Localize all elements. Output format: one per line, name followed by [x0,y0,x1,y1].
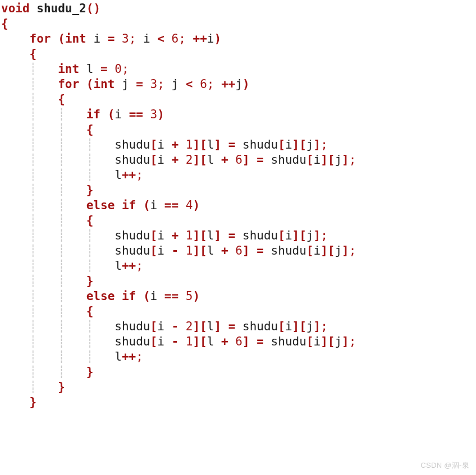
code-token: = [136,77,143,91]
code-token: int [93,77,115,91]
code-token: ┊ ┊ [1,289,86,303]
code-token: ┊ ┊ ┊ [1,335,115,348]
code-token: ┊ ┊ ┊ [1,350,115,363]
code-token: ; [129,32,136,45]
code-token: ++ [193,32,207,45]
code-token: 6 [200,77,207,91]
code-token: 5 [186,289,193,303]
code-token: ( [108,108,115,121]
code-token: i [157,320,171,333]
code-token [193,77,200,91]
code-token: [ [306,153,314,167]
code-token: for [30,32,51,45]
code-token [228,335,236,348]
code-token: ; [178,32,186,45]
code-token: ][ [193,138,207,151]
code-token: ┊ [1,380,58,394]
code-token: l [79,62,100,76]
code-token [178,320,186,333]
code-token: } [58,380,65,394]
code-token: 3 [122,32,129,45]
code-token: i [86,32,108,45]
code-token: shudu [235,229,278,242]
code-token: ] [342,244,349,257]
code-token [164,32,172,45]
code-token: ┊ ┊ ┊ [1,229,115,242]
code-token [178,289,186,303]
code-token: = [100,62,108,76]
code-token: ] [313,229,321,242]
code-token: = [228,138,236,151]
code-token: i [313,244,321,257]
code-token: ┊ ┊ [1,214,86,227]
code-token: 0 [115,62,122,76]
code-token: i [115,108,129,121]
code-token: 3 [150,108,158,121]
code-token: ][ [193,320,207,333]
code-token: l [207,153,221,167]
code-token: i [157,138,171,151]
code-token: shudu [264,244,306,257]
code-token: ][ [321,244,335,257]
code-token: { [1,17,8,30]
code-token: ][ [193,335,207,348]
code-token: if [86,108,100,121]
code-token: { [86,123,94,136]
code-token [178,335,186,348]
code-token: i [150,289,164,303]
code-token: l [115,168,122,182]
code-token: [ [150,335,158,348]
code-token: ┊ [1,77,58,91]
code-token: } [86,274,94,288]
code-token: ) [214,32,222,45]
code-token: ; [157,77,164,91]
code-token [178,153,186,167]
code-token: l [115,350,122,363]
code-token: ( [86,77,94,91]
code-token: ) [193,199,200,212]
code-token: 6 [235,335,242,348]
code-token: l [207,229,214,242]
code-token: for [58,77,79,91]
code-token: l [115,259,122,273]
code-token: () [86,2,100,15]
code-token [136,289,143,303]
code-token: ++ [122,259,136,273]
code-token: shudu [115,244,150,257]
watermark-text: CSDN @涸-泉 [420,460,469,471]
code-token: [ [278,320,285,333]
code-token: ┊ ┊ ┊ [1,168,115,182]
code-token: shudu [115,138,150,151]
code-token: j [164,77,186,91]
code-token: ][ [321,153,335,167]
code-token: ) [157,108,164,121]
code-token [228,153,236,167]
code-token: j [335,335,342,348]
code-token: j [335,244,342,257]
code-token: + [171,153,178,167]
code-token: j [235,77,242,91]
code-token: ] [214,138,221,151]
code-token: else if [86,289,136,303]
code-token [115,32,122,45]
code-token [178,138,186,151]
code-token [143,108,150,121]
code-token: ; [349,335,356,348]
code-token: 1 [186,229,193,242]
code-token: < [157,32,164,45]
code-token: ] [342,153,349,167]
code-token [100,108,108,121]
code-token: ┊ ┊ [1,305,86,318]
code-token: { [58,93,65,106]
code-token: ][ [292,138,306,151]
code-token: = [108,32,115,45]
code-token: 1 [186,244,193,257]
code-token: l [207,244,221,257]
code-token: ┊ [1,93,58,106]
code-token [214,77,221,91]
code-token: - [171,244,178,257]
code-token: int [65,32,86,45]
code-token: ] [242,153,250,167]
code-token [186,32,193,45]
code-token: [ [278,138,285,151]
